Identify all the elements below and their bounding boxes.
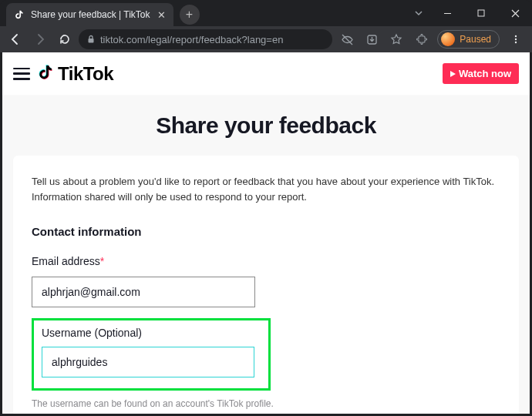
nav-back-button[interactable] — [5, 29, 26, 50]
nav-forward-button[interactable] — [29, 29, 51, 50]
profile-status: Paused — [460, 34, 491, 45]
address-bar[interactable]: tiktok.com/legal/report/feedback?lang=en — [79, 29, 332, 49]
tabs-chevron-icon[interactable] — [407, 8, 430, 18]
svg-point-6 — [515, 42, 517, 43]
extensions-icon[interactable] — [409, 29, 433, 50]
window-maximize-button[interactable] — [464, 2, 498, 25]
feedback-card: Tell us about a problem you'd like to re… — [13, 156, 519, 414]
svg-point-5 — [515, 39, 517, 40]
browser-tab[interactable]: Share your feedback | TikTok ✕ — [6, 3, 173, 26]
tab-title: Share your feedback | TikTok — [31, 9, 150, 20]
lock-icon — [86, 35, 96, 44]
required-mark: * — [100, 255, 104, 267]
window-minimize-button[interactable] — [430, 2, 464, 25]
brand-text: TikTok — [58, 63, 113, 85]
svg-rect-2 — [89, 39, 94, 43]
nav-reload-button[interactable] — [54, 29, 76, 50]
new-tab-button[interactable]: + — [180, 5, 200, 25]
tiktok-favicon — [14, 9, 25, 20]
install-icon[interactable] — [360, 29, 383, 50]
avatar — [441, 32, 455, 46]
username-highlight: Username (Optional) — [32, 318, 271, 391]
username-hint: The username can be found on an account'… — [32, 398, 500, 409]
hamburger-menu-icon[interactable] — [13, 68, 30, 80]
window-close-button[interactable] — [498, 2, 532, 25]
intro-text: Tell us about a problem you'd like to re… — [32, 174, 500, 205]
window-titlebar: Share your feedback | TikTok ✕ + — [0, 0, 532, 26]
svg-point-4 — [515, 35, 517, 37]
eye-off-icon[interactable] — [335, 29, 359, 50]
username-field[interactable] — [42, 347, 254, 377]
bookmark-star-icon[interactable] — [385, 29, 408, 50]
kebab-menu-icon[interactable] — [504, 29, 527, 50]
contact-heading: Contact information — [32, 225, 500, 238]
watch-now-button[interactable]: Watch now — [443, 63, 519, 84]
play-icon — [450, 71, 456, 77]
watch-now-label: Watch now — [459, 68, 511, 79]
profile-chip[interactable]: Paused — [437, 30, 500, 49]
url-text: tiktok.com/legal/report/feedback?lang=en — [100, 34, 325, 45]
username-label: Username (Optional) — [42, 327, 261, 339]
site-header: TikTok Watch now — [2, 52, 530, 96]
tab-close-icon[interactable]: ✕ — [157, 9, 167, 20]
email-field[interactable] — [32, 277, 255, 307]
tiktok-note-icon — [38, 64, 55, 84]
svg-rect-1 — [478, 10, 484, 16]
page-title: Share your feedback — [2, 112, 530, 139]
browser-toolbar: tiktok.com/legal/report/feedback?lang=en… — [0, 26, 532, 52]
email-label: Email address* — [32, 255, 500, 267]
tiktok-logo[interactable]: TikTok — [38, 63, 113, 85]
page-viewport: TikTok Watch now Share your feedback Tel… — [2, 52, 530, 414]
